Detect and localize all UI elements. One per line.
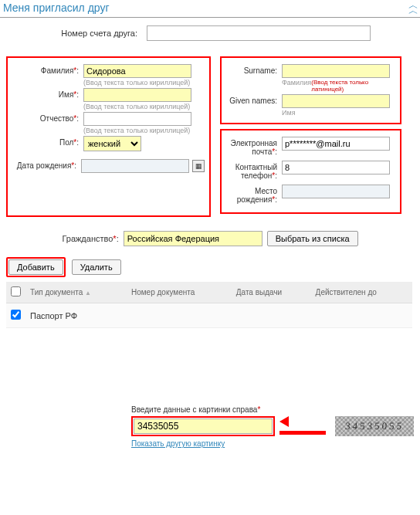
cell-issued <box>232 303 311 328</box>
sort-icon[interactable]: ▲ <box>85 290 91 296</box>
given-en-label: Given names: <box>229 97 277 105</box>
captcha-section: Введите данные с картинки справа* 345350… <box>0 405 420 448</box>
add-button[interactable]: Добавить <box>8 259 63 275</box>
surname-input[interactable] <box>83 64 191 78</box>
email-input[interactable] <box>282 137 390 151</box>
surname-en-hint-r: (Ввод текста только латиницей) <box>311 79 390 93</box>
email-label: Электронная почта <box>231 139 277 156</box>
row-checkbox[interactable] <box>11 310 21 320</box>
latin-name-box: Surname: Фамилия (Ввод текста только лат… <box>220 56 401 124</box>
captcha-label: Введите данные с картинки справа <box>131 405 257 414</box>
surname-en-hint-l: Фамилия <box>282 79 311 93</box>
captcha-image: 34535055 <box>335 416 414 436</box>
name-input[interactable] <box>83 88 191 102</box>
col-type: Тип документа <box>30 288 83 296</box>
name-label: Имя <box>59 90 73 99</box>
dob-label: Дата рождения <box>17 161 72 170</box>
friend-account-label: Номер счета друга: <box>15 29 147 38</box>
captcha-input[interactable] <box>134 418 273 434</box>
citizenship-row: Гражданство*: Выбрать из списка <box>0 231 420 246</box>
phone-input[interactable] <box>282 161 390 174</box>
contact-box: Электронная почта*: Контактный телефон*:… <box>220 129 401 214</box>
delete-button[interactable]: Удалить <box>72 259 121 275</box>
patronymic-label: Отчество <box>40 114 73 123</box>
surname-label: Фамилия <box>41 66 73 75</box>
friend-account-input[interactable] <box>147 25 371 41</box>
phone-label: Контактный телефон <box>235 163 277 180</box>
section-header: Меня пригласил друг ︿ ︿ <box>0 0 420 18</box>
patronymic-input[interactable] <box>83 112 191 126</box>
calendar-icon[interactable]: ▦ <box>192 160 205 172</box>
surname-en-label: Surname: <box>244 66 277 75</box>
show-another-captcha[interactable]: Показать другую картинку <box>131 439 414 448</box>
collapse-icon[interactable]: ︿ ︿ <box>408 2 417 13</box>
citizenship-label: Гражданство <box>62 234 113 243</box>
cell-number <box>127 303 232 328</box>
page-title: Меня пригласил друг <box>3 2 110 14</box>
dob-input[interactable] <box>81 159 189 173</box>
sex-select[interactable]: женский <box>83 136 141 151</box>
citizenship-input[interactable] <box>124 231 262 246</box>
col-valid: Действителен до <box>316 288 377 296</box>
cell-type: Паспорт РФ <box>25 303 127 328</box>
surname-hint: (Ввод текста только кириллицей) <box>83 79 205 86</box>
surname-en-input[interactable] <box>282 64 390 78</box>
friend-account-row: Номер счета друга: <box>0 18 420 56</box>
documents-table: Тип документа ▲ Номер документа Дата выд… <box>6 282 412 328</box>
table-row[interactable]: Паспорт РФ <box>6 303 412 328</box>
col-issued: Дата выдачи <box>236 288 282 296</box>
given-en-hint: Имя <box>282 109 395 117</box>
arrow-icon <box>279 416 330 436</box>
patronymic-hint: (Ввод текста только кириллицей) <box>83 127 205 134</box>
given-en-input[interactable] <box>282 94 390 108</box>
birthplace-input[interactable] <box>282 185 390 198</box>
pick-from-list-button[interactable]: Выбрать из списка <box>267 231 358 246</box>
select-all-checkbox[interactable] <box>11 286 21 296</box>
sex-label: Пол <box>59 138 73 147</box>
cell-valid <box>311 303 412 328</box>
name-hint: (Ввод текста только кириллицей) <box>83 103 205 110</box>
col-number: Номер документа <box>131 288 195 296</box>
personal-data-box: Фамилия*: (Ввод текста только кириллицей… <box>6 56 211 217</box>
